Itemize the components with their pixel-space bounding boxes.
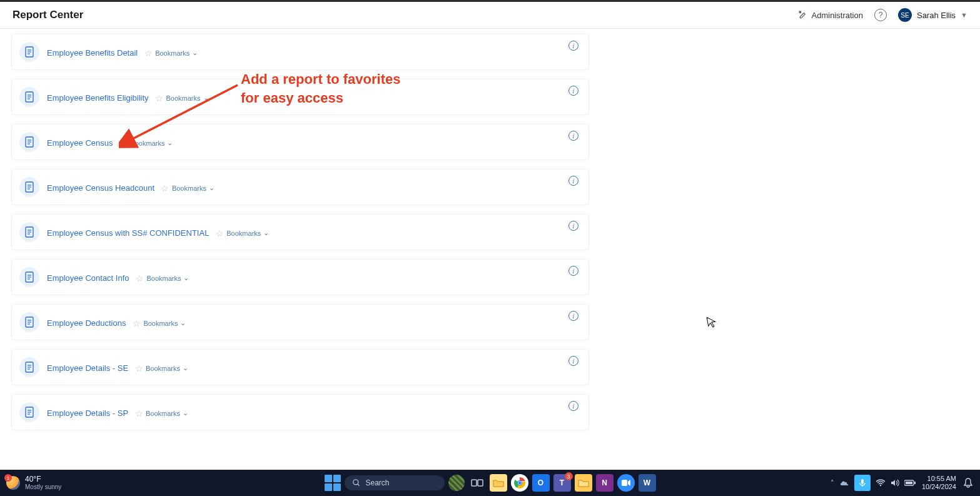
info-button[interactable]: i bbox=[568, 266, 578, 276]
info-button[interactable]: i bbox=[568, 131, 578, 141]
bookmarks-dropdown[interactable]: Bookmarks ⌄ bbox=[146, 364, 188, 372]
bookmarks-dropdown[interactable]: Bookmarks ⌄ bbox=[166, 94, 208, 102]
taskbar-center: Search O T 3 N W bbox=[325, 474, 656, 492]
favorite-star-icon[interactable]: ☆ bbox=[144, 48, 153, 58]
report-card: Employee Benefits Detail ☆ Bookmarks ⌄ i bbox=[11, 34, 589, 70]
report-type-icon bbox=[19, 267, 39, 287]
info-button[interactable]: i bbox=[568, 311, 578, 321]
favorite-star-icon[interactable]: ☆ bbox=[135, 363, 143, 373]
bookmarks-dropdown[interactable]: Bookmarks ⌄ bbox=[226, 229, 269, 237]
wifi-tray-icon[interactable] bbox=[876, 479, 886, 487]
task-view-button[interactable] bbox=[468, 474, 486, 492]
onenote-app[interactable]: N bbox=[596, 474, 614, 492]
favorite-star-icon[interactable]: ☆ bbox=[119, 138, 128, 148]
folder-icon bbox=[493, 478, 504, 487]
report-body: Employee Census Headcount ☆ Bookmarks ⌄ bbox=[47, 181, 578, 193]
teams-app[interactable]: T 3 bbox=[553, 474, 571, 492]
clock-date: 10/24/2024 bbox=[922, 483, 956, 491]
taskbar-search[interactable]: Search bbox=[345, 475, 445, 490]
weather-alert-badge: 1 bbox=[4, 474, 12, 482]
teams-icon: T bbox=[560, 478, 564, 487]
svg-rect-48 bbox=[861, 479, 864, 484]
favorite-star-icon[interactable]: ☆ bbox=[136, 273, 144, 283]
annotation-text: Add a report to favorites for easy acces… bbox=[241, 70, 400, 107]
bookmarks-dropdown[interactable]: Bookmarks ⌄ bbox=[146, 274, 189, 282]
favorite-star-icon[interactable]: ☆ bbox=[133, 318, 141, 328]
report-title-link[interactable]: Employee Benefits Eligibility bbox=[47, 93, 149, 103]
bookmarks-dropdown[interactable]: Bookmarks ⌄ bbox=[155, 49, 198, 57]
report-type-icon bbox=[19, 222, 39, 242]
bell-icon bbox=[962, 477, 974, 488]
user-avatar: SE bbox=[898, 8, 912, 22]
taskbar-widget-icon[interactable] bbox=[448, 475, 465, 491]
info-button[interactable]: i bbox=[568, 221, 578, 231]
report-title-link[interactable]: Employee Census Headcount bbox=[47, 183, 154, 193]
battery-tray-icon[interactable] bbox=[904, 480, 916, 486]
report-card: Employee Census ☆ Bookmarks ⌄ i bbox=[11, 124, 589, 160]
taskbar-weather[interactable]: 1 40°F Mostly sunny bbox=[0, 475, 113, 490]
administration-link[interactable]: Administration bbox=[798, 10, 863, 20]
document-icon bbox=[24, 46, 34, 58]
task-view-icon bbox=[471, 478, 483, 488]
svg-rect-51 bbox=[906, 482, 912, 484]
file-explorer-app[interactable] bbox=[490, 474, 507, 492]
chevron-down-icon: ▼ bbox=[961, 11, 967, 19]
report-body: Employee Contact Info ☆ Bookmarks ⌄ bbox=[47, 271, 578, 283]
microphone-tray-icon[interactable] bbox=[854, 475, 871, 491]
info-button[interactable]: i bbox=[568, 41, 578, 51]
taskbar-clock[interactable]: 10:55 AM 10/24/2024 bbox=[922, 475, 956, 490]
annotation-line2: for easy access bbox=[241, 89, 400, 108]
report-title-link[interactable]: Employee Census with SS# CONFIDENTIAL bbox=[47, 228, 209, 238]
bookmarks-label: Bookmarks bbox=[172, 185, 206, 192]
chrome-app[interactable] bbox=[511, 474, 528, 492]
document-icon bbox=[24, 407, 34, 418]
bookmarks-dropdown[interactable]: Bookmarks ⌄ bbox=[172, 184, 215, 192]
bookmarks-dropdown[interactable]: Bookmarks ⌄ bbox=[146, 409, 188, 417]
report-title-link[interactable]: Employee Benefits Detail bbox=[47, 48, 138, 58]
notifications-button[interactable] bbox=[962, 477, 974, 488]
document-icon bbox=[24, 362, 34, 373]
onedrive-tray-icon[interactable] bbox=[839, 479, 849, 487]
favorite-star-icon[interactable]: ☆ bbox=[135, 408, 143, 418]
report-body: Employee Census ☆ Bookmarks ⌄ bbox=[47, 136, 578, 148]
volume-tray-icon[interactable] bbox=[891, 479, 899, 487]
report-title-link[interactable]: Employee Census bbox=[47, 138, 113, 148]
start-button[interactable] bbox=[325, 475, 341, 491]
tray-icons[interactable]: ˄ bbox=[831, 475, 916, 491]
clock-time: 10:55 AM bbox=[922, 475, 956, 483]
help-button[interactable]: ? bbox=[874, 9, 887, 21]
annotation-line1: Add a report to favorites bbox=[241, 70, 400, 89]
outlook-app[interactable]: O bbox=[532, 474, 550, 492]
favorite-star-icon[interactable]: ☆ bbox=[161, 183, 169, 193]
document-icon bbox=[24, 226, 34, 238]
folder-app[interactable] bbox=[575, 474, 592, 492]
report-title-link[interactable]: Employee Details - SE bbox=[47, 363, 128, 373]
weather-text: 40°F Mostly sunny bbox=[25, 475, 61, 490]
teams-badge: 3 bbox=[565, 472, 573, 480]
report-title-link[interactable]: Employee Details - SP bbox=[47, 408, 128, 418]
weather-condition: Mostly sunny bbox=[25, 483, 61, 490]
word-app[interactable]: W bbox=[639, 474, 656, 492]
favorite-star-icon[interactable]: ☆ bbox=[216, 228, 224, 238]
report-card: Employee Contact Info ☆ Bookmarks ⌄ i bbox=[11, 259, 589, 295]
weather-temp: 40°F bbox=[25, 475, 61, 483]
zoom-app[interactable] bbox=[617, 474, 635, 492]
document-icon bbox=[24, 136, 34, 148]
chevron-up-icon[interactable]: ˄ bbox=[831, 479, 834, 487]
report-title-link[interactable]: Employee Contact Info bbox=[47, 273, 129, 283]
bookmarks-dropdown[interactable]: Bookmarks ⌄ bbox=[130, 139, 173, 147]
info-button[interactable]: i bbox=[568, 401, 578, 411]
report-card: Employee Census Headcount ☆ Bookmarks ⌄ … bbox=[11, 169, 589, 205]
info-button[interactable]: i bbox=[568, 86, 578, 96]
info-button[interactable]: i bbox=[568, 356, 578, 366]
bookmarks-dropdown[interactable]: Bookmarks ⌄ bbox=[143, 319, 186, 327]
user-menu[interactable]: SE Sarah Ellis ▼ bbox=[898, 8, 967, 22]
report-title-link[interactable]: Employee Deductions bbox=[47, 318, 126, 328]
info-button[interactable]: i bbox=[568, 176, 578, 186]
report-type-icon bbox=[19, 357, 39, 377]
bookmarks-label: Bookmarks bbox=[146, 365, 180, 372]
windows-taskbar: 1 40°F Mostly sunny Search O T 3 N bbox=[0, 470, 980, 496]
favorite-star-icon[interactable]: ☆ bbox=[155, 93, 163, 103]
chevron-down-icon: ⌄ bbox=[167, 139, 173, 147]
svg-rect-47 bbox=[622, 480, 627, 486]
